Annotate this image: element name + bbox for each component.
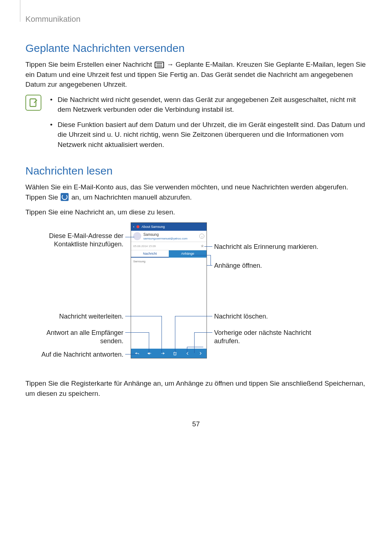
reply-icon[interactable] [131, 349, 144, 358]
list-item: •Die Nachricht wird nicht gesendet, wenn… [50, 95, 367, 115]
note-list: •Die Nachricht wird nicht gesendet, wenn… [50, 95, 367, 155]
chevron-down-icon[interactable]: ⌄ [199, 234, 204, 239]
lead-line [162, 316, 162, 353]
p1a: Tippen Sie beim Erstellen einer Nachrich… [25, 61, 154, 68]
lead-line [175, 316, 212, 316]
date-row: 05.08.2014 15:09 ★ [131, 242, 207, 250]
tab-message[interactable]: Nachricht [131, 250, 169, 258]
lead-line [125, 237, 134, 237]
callout-reply-all: Antwort an alle Empfänger senden. [25, 329, 123, 346]
phone-mock: ‹ About Samsung Samsung samsungusermanua… [131, 222, 207, 358]
bullet-text: Diese Funktion basiert auf dem Datum und… [58, 120, 367, 150]
lead-line [194, 332, 212, 333]
lead-line [125, 316, 162, 316]
lead-line [207, 265, 212, 266]
sender-name: Samsung [143, 233, 188, 237]
phone-header: ‹ About Samsung [131, 223, 207, 231]
read-paragraph-2: Tippen Sie eine Nachricht an, um diese z… [25, 207, 367, 217]
callout-star: Nachricht als Erinnerung markieren. [214, 243, 338, 251]
p1b: an, um Nachrichten manuell abzurufen. [69, 193, 192, 201]
avatar-icon[interactable] [133, 232, 141, 240]
app-dot-icon [136, 225, 139, 228]
prev-icon[interactable] [181, 349, 194, 358]
callout-nav: Vorherige oder nächste Nachricht aufrufe… [214, 329, 323, 346]
lead-line [192, 255, 211, 255]
bottom-toolbar [131, 349, 207, 358]
lead-line [175, 316, 175, 353]
lead-line [187, 347, 203, 347]
sender-row[interactable]: Samsung samsungusermanual@yahoo.com ⌄ [131, 231, 207, 242]
phone-title: About Samsung [142, 225, 165, 229]
reply-all-icon[interactable] [144, 349, 156, 358]
callout-reply: Auf die Nachricht antworten. [25, 350, 123, 359]
lead-line [125, 332, 149, 333]
read-paragraph-1: Wählen Sie ein E-Mail-Konto aus, das Sie… [25, 182, 367, 202]
tab-attachments[interactable]: Anhänge [169, 250, 207, 258]
heading-scheduled: Geplante Nachrichten versenden [25, 42, 367, 54]
menu-icon [155, 62, 164, 68]
note-block: •Die Nachricht wird nicht gesendet, wenn… [25, 95, 367, 155]
bullet-text: Die Nachricht wird nicht gesendet, wenn … [58, 95, 367, 115]
read-paragraph-3: Tippen Sie die Registerkarte für Anhänge… [25, 378, 367, 398]
next-icon[interactable] [194, 349, 207, 358]
back-icon[interactable]: ‹ [133, 225, 134, 229]
tabs-row: Nachricht Anhänge [131, 250, 207, 258]
lead-line [187, 347, 187, 353]
callout-forward: Nachricht weiterleiten. [25, 312, 123, 321]
star-icon[interactable]: ★ [200, 243, 204, 249]
forward-icon[interactable] [156, 349, 169, 358]
lead-line [149, 332, 149, 353]
note-icon [25, 95, 41, 111]
lead-line [194, 332, 195, 353]
sender-email: samsungusermanual@yahoo.com [143, 237, 188, 240]
refresh-icon [61, 193, 69, 201]
callout-delete: Nachricht löschen. [214, 312, 323, 321]
page-number: 57 [25, 420, 367, 428]
callout-attach: Anhänge öffnen. [214, 262, 338, 270]
scheduled-paragraph: Tippen Sie beim Erstellen einer Nachrich… [25, 59, 367, 90]
lead-line [125, 354, 137, 354]
lead-line [204, 246, 212, 247]
heading-read: Nachrichten lesen [25, 165, 367, 177]
lead-line [211, 255, 211, 265]
breadcrumb: Kommunikation [25, 15, 367, 24]
figure-email-screenshot: ‹ About Samsung Samsung samsungusermanua… [25, 222, 367, 368]
email-body: Samsung [131, 258, 207, 265]
callout-add-contact: Diese E-Mail-Adresse der Kontaktliste hi… [25, 232, 123, 249]
email-date: 05.08.2014 15:09 [133, 245, 156, 248]
list-item: •Diese Funktion basiert auf dem Datum un… [50, 120, 367, 150]
svg-rect-0 [30, 99, 36, 106]
